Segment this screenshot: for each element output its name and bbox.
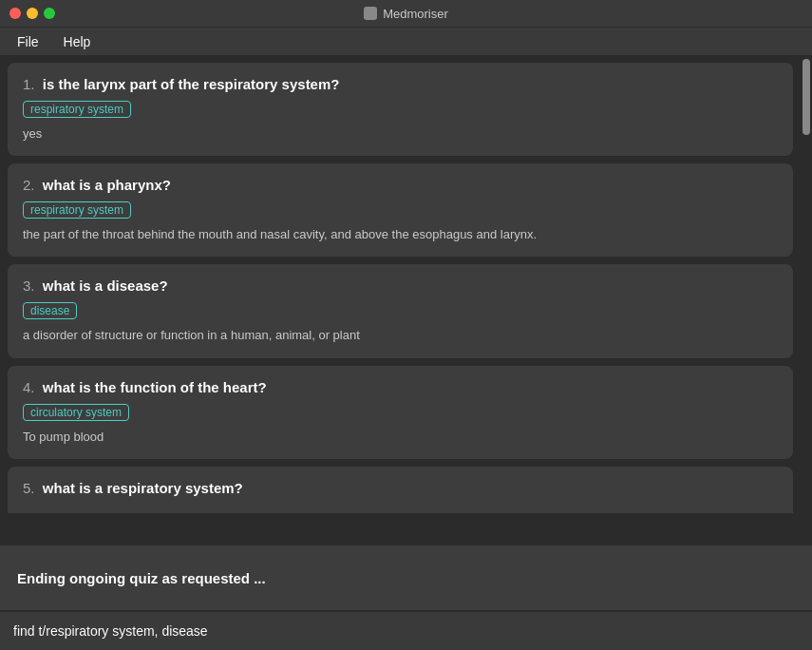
card-2: 2. what is a pharynx? respiratory system…: [8, 163, 793, 257]
notification-area: Ending ongoing quiz as requested ...: [0, 544, 812, 610]
card-2-tag[interactable]: respiratory system: [23, 201, 131, 219]
card-1-number: 1.: [23, 76, 43, 92]
maximize-button[interactable]: [44, 8, 55, 19]
scrollbar-thumb[interactable]: [803, 59, 810, 135]
card-4-answer: To pump blood: [23, 429, 778, 446]
app-title: Medmoriser: [383, 7, 448, 21]
card-3: 3. what is a disease? disease a disorder…: [8, 264, 793, 357]
file-menu[interactable]: File: [9, 32, 47, 51]
card-4-question: 4. what is the function of the heart?: [23, 379, 778, 395]
minimize-button[interactable]: [27, 8, 38, 19]
app-body: 1. is the larynx part of the respiratory…: [0, 55, 812, 650]
card-4-tag[interactable]: circulatory system: [23, 404, 129, 421]
card-4-number: 4.: [23, 379, 43, 395]
card-5: 5. what is a respiratory system?: [8, 467, 793, 513]
scrollbar[interactable]: [801, 55, 812, 544]
help-menu[interactable]: Help: [56, 32, 99, 51]
card-2-question: 2. what is a pharynx?: [23, 177, 778, 193]
menubar: File Help: [0, 27, 812, 55]
notification-text: Ending ongoing quiz as requested ...: [17, 570, 266, 586]
titlebar-title: Medmoriser: [364, 7, 448, 21]
traffic-lights: [9, 8, 55, 19]
card-3-number: 3.: [23, 277, 43, 294]
card-2-answer: the part of the throat behind the mouth …: [23, 226, 778, 243]
card-5-number: 5.: [23, 480, 43, 496]
card-4: 4. what is the function of the heart? ci…: [8, 366, 793, 459]
card-1-answer: yes: [23, 125, 778, 143]
card-3-tag[interactable]: disease: [23, 302, 77, 319]
card-5-question: 5. what is a respiratory system?: [23, 480, 778, 496]
input-bar: [0, 610, 812, 650]
app-icon: [364, 7, 377, 20]
card-1-tag[interactable]: respiratory system: [23, 101, 131, 118]
card-2-number: 2.: [23, 177, 43, 193]
command-input[interactable]: [13, 623, 799, 639]
titlebar: Medmoriser: [0, 0, 812, 27]
card-1: 1. is the larynx part of the respiratory…: [8, 63, 793, 156]
card-list[interactable]: 1. is the larynx part of the respiratory…: [0, 55, 801, 544]
content-wrapper: 1. is the larynx part of the respiratory…: [0, 55, 812, 544]
card-3-question: 3. what is a disease?: [23, 277, 778, 294]
card-1-question: 1. is the larynx part of the respiratory…: [23, 76, 778, 92]
card-3-answer: a disorder of structure or function in a…: [23, 327, 778, 344]
close-button[interactable]: [9, 8, 21, 19]
